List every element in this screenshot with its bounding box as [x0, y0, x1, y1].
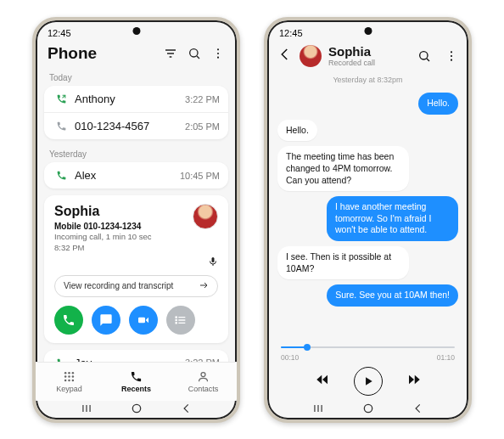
front-camera	[364, 27, 372, 35]
more-icon[interactable]	[445, 49, 458, 63]
call-list[interactable]: Today Anthony 3:22 PM 010-1234-4567 2:05…	[36, 70, 237, 362]
front-camera	[132, 27, 140, 35]
page-title: Phone	[48, 44, 164, 63]
nav-keypad[interactable]: Keypad	[36, 363, 103, 401]
call-row[interactable]: 010-1234-4567 2:05 PM	[44, 113, 228, 139]
svg-point-27	[72, 380, 75, 382]
nav-label: Keypad	[56, 385, 82, 393]
svg-point-32	[133, 404, 141, 412]
search-icon[interactable]	[188, 47, 201, 60]
yesterday-card: Alex 10:45 PM	[44, 162, 228, 189]
video-button[interactable]	[129, 306, 158, 335]
chat-thread[interactable]: Yesterday at 8:32pm Hello. Hello. The me…	[267, 72, 468, 338]
forward-button[interactable]	[406, 372, 422, 391]
svg-marker-12	[146, 317, 148, 323]
message-in[interactable]: I see. Then is it possible at 10AM?	[277, 246, 409, 279]
total-time: 01:10	[437, 353, 455, 362]
missed-call-icon	[53, 121, 70, 132]
arrow-right-icon	[199, 280, 209, 292]
svg-point-35	[451, 51, 452, 53]
svg-line-34	[427, 59, 429, 61]
avatar[interactable]	[300, 45, 322, 67]
view-transcript-button[interactable]: View recording and transcript	[54, 275, 218, 297]
home-icon[interactable]	[130, 402, 143, 419]
home-icon[interactable]	[361, 402, 375, 419]
call-button[interactable]	[54, 306, 83, 335]
app-header: Phone	[36, 39, 237, 70]
play-button[interactable]	[354, 367, 383, 396]
expanded-name: Sophia	[54, 204, 193, 219]
clock: 12:45	[48, 28, 71, 38]
svg-line-4	[197, 56, 199, 59]
call-row[interactable]: Alex 10:45 PM	[44, 162, 228, 189]
svg-point-33	[420, 51, 428, 59]
call-time: 10:45 PM	[180, 171, 220, 181]
svg-marker-40	[366, 377, 372, 385]
svg-marker-39	[322, 375, 328, 385]
svg-point-16	[176, 317, 176, 318]
call-row[interactable]: Anthony 3:22 PM	[44, 86, 228, 113]
message-in[interactable]: The meeting time has been changed to 4PM…	[277, 146, 409, 191]
filter-icon[interactable]	[164, 47, 177, 60]
section-yesterday: Yesterday	[44, 146, 228, 162]
svg-point-25	[64, 380, 67, 382]
nav-recents[interactable]: Recents	[103, 363, 170, 401]
svg-point-21	[72, 372, 75, 374]
rewind-button[interactable]	[315, 372, 330, 391]
svg-point-28	[201, 373, 205, 377]
recent-apps-icon[interactable]	[80, 402, 93, 418]
call-name: 010-1234-4567	[70, 120, 185, 132]
recent-apps-icon[interactable]	[311, 402, 325, 418]
svg-point-20	[68, 372, 70, 374]
phone-left: 12:45 Phone Today	[32, 17, 240, 423]
svg-point-5	[217, 48, 219, 50]
svg-point-26	[68, 380, 70, 382]
system-nav	[36, 401, 237, 419]
seek-bar[interactable]	[281, 346, 455, 348]
audio-player: 00:10 01:10	[267, 338, 468, 401]
svg-marker-42	[414, 375, 419, 385]
call-row[interactable]: Jay 3:22 PM	[44, 350, 228, 362]
more-card: Jay 3:22 PM Michael	[44, 350, 228, 362]
transcript-label: View recording and transcript	[64, 281, 173, 290]
call-time: 3:22 PM	[185, 94, 220, 104]
nav-contacts[interactable]: Contacts	[170, 363, 237, 401]
call-time: 2:05 PM	[185, 121, 220, 132]
svg-point-36	[451, 54, 452, 56]
system-nav	[267, 401, 468, 419]
message-out[interactable]: Hello.	[418, 93, 458, 115]
svg-rect-11	[138, 317, 145, 323]
date-separator: Yesterday at 8:32pm	[277, 76, 458, 84]
clock: 12:45	[279, 28, 303, 38]
avatar[interactable]	[193, 204, 218, 229]
back-icon[interactable]	[412, 402, 424, 418]
details-button[interactable]	[166, 306, 195, 335]
phone-right: 12:45 Sophia Recorded call Yesterday at …	[264, 17, 472, 423]
svg-point-18	[176, 322, 176, 323]
section-today: Today	[44, 70, 228, 86]
message-out[interactable]: Sure. See you at 10AM then!	[327, 284, 458, 307]
expanded-time: 8:32 PM	[54, 243, 193, 253]
message-out[interactable]: I have another meeting tomorrow. So I'm …	[327, 196, 458, 241]
svg-point-6	[217, 53, 219, 54]
nav-label: Contacts	[188, 385, 219, 393]
back-icon[interactable]	[181, 402, 193, 418]
message-button[interactable]	[92, 306, 120, 335]
svg-point-19	[64, 372, 67, 374]
search-icon[interactable]	[417, 49, 431, 63]
call-name: Alex	[70, 169, 180, 182]
svg-point-17	[176, 319, 176, 320]
expanded-card: Sophia Mobile 010-1234-1234 Incoming cal…	[44, 195, 228, 343]
microphone-icon	[208, 255, 218, 270]
conversation-header: Sophia Recorded call	[267, 39, 468, 72]
more-icon[interactable]	[211, 47, 225, 60]
back-button[interactable]	[277, 47, 293, 65]
message-in[interactable]: Hello.	[277, 120, 317, 142]
svg-point-24	[72, 375, 75, 378]
call-name: Anthony	[70, 93, 185, 105]
today-card: Anthony 3:22 PM 010-1234-4567 2:05 PM	[44, 86, 228, 139]
outgoing-call-icon	[53, 170, 70, 181]
bottom-nav: Keypad Recents Contacts	[36, 362, 237, 401]
svg-point-23	[68, 375, 70, 378]
svg-point-22	[64, 375, 67, 378]
